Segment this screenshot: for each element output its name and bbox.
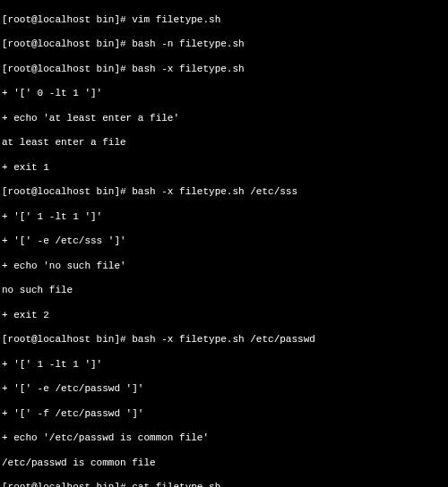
trace-line: + '[' -e /etc/sss ']' xyxy=(2,235,446,248)
line: [root@localhost bin]# vim filetype.sh xyxy=(2,14,446,27)
line: [root@localhost bin]# bash -x filetype.s… xyxy=(2,334,446,346)
line: [root@localhost bin]# cat filetype.sh xyxy=(2,482,446,487)
command: bash -n filetype.sh xyxy=(132,38,244,49)
command: cat filetype.sh xyxy=(132,482,220,487)
trace-line: + '[' 1 -lt 1 ']' xyxy=(2,359,446,372)
command: bash -x filetype.sh /etc/passwd xyxy=(132,334,315,345)
prompt: [root@localhost bin]# xyxy=(2,38,126,49)
line: [root@localhost bin]# bash -x filetype.s… xyxy=(2,64,446,76)
command: bash -x filetype.sh xyxy=(132,64,244,74)
command: bash -x filetype.sh /etc/sss xyxy=(132,186,297,197)
line: [root@localhost bin]# bash -n filetype.s… xyxy=(2,38,446,51)
trace-line: + '[' 1 -lt 1 ']' xyxy=(2,211,446,224)
output-line: at least enter a file xyxy=(2,137,446,150)
trace-line: + echo 'at least enter a file' xyxy=(2,113,446,125)
prompt: [root@localhost bin]# xyxy=(2,482,126,487)
line: [root@localhost bin]# bash -x filetype.s… xyxy=(2,186,446,199)
command: vim filetype.sh xyxy=(132,14,220,25)
trace-line: + echo '/etc/passwd is common file' xyxy=(2,432,446,445)
prompt: [root@localhost bin]# xyxy=(2,334,126,345)
prompt: [root@localhost bin]# xyxy=(2,14,126,25)
trace-line: + echo 'no such file' xyxy=(2,261,446,273)
trace-line: + exit 1 xyxy=(2,162,446,175)
trace-line: + '[' -e /etc/passwd ']' xyxy=(2,383,446,396)
output-line: /etc/passwd is common file xyxy=(2,457,446,470)
prompt: [root@localhost bin]# xyxy=(2,64,126,74)
prompt: [root@localhost bin]# xyxy=(2,186,126,197)
trace-line: + exit 2 xyxy=(2,310,446,322)
trace-line: + '[' -f /etc/passwd ']' xyxy=(2,408,446,421)
terminal[interactable]: [root@localhost bin]# vim filetype.sh [r… xyxy=(0,0,448,487)
output-line: no such file xyxy=(2,285,446,297)
trace-line: + '[' 0 -lt 1 ']' xyxy=(2,88,446,100)
